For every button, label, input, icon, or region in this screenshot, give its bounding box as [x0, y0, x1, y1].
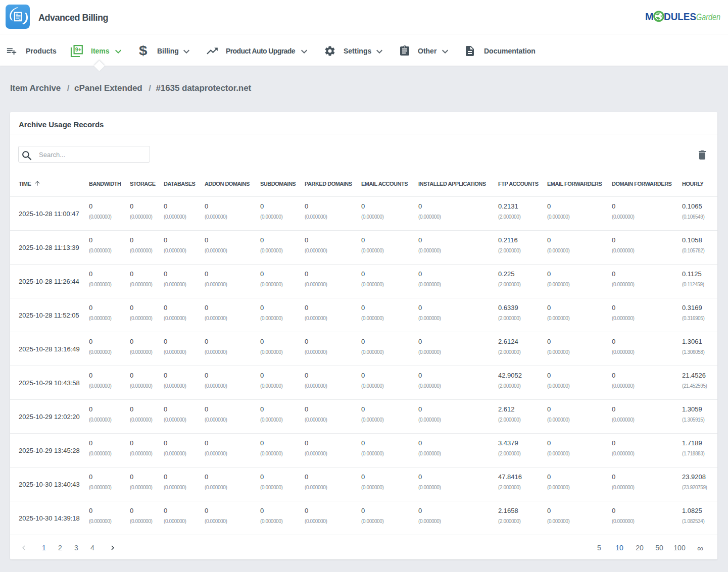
svg-text:M: M: [645, 11, 654, 22]
svg-text:Garden: Garden: [696, 12, 720, 22]
svg-text:DULES: DULES: [664, 11, 696, 22]
svg-text:9+: 9+: [75, 46, 81, 53]
